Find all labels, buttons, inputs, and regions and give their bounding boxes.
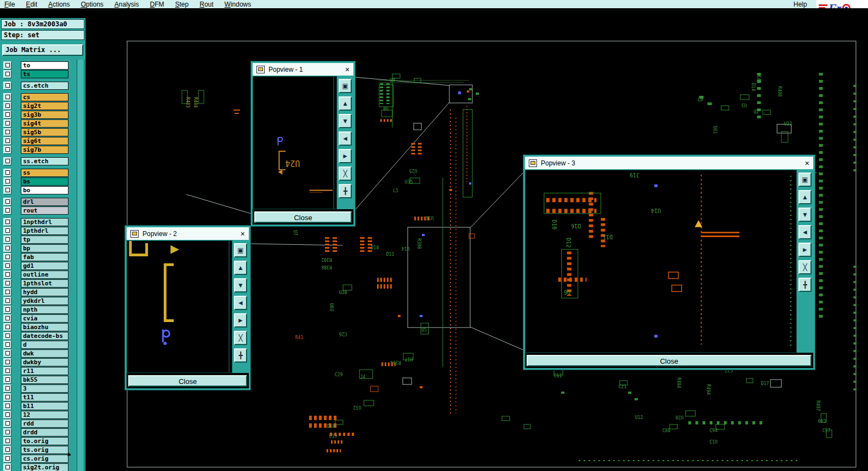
layer-visibility-checkbox[interactable] (3, 236, 12, 244)
layer-label[interactable]: to.orig (21, 437, 68, 445)
layer-visibility-checkbox[interactable] (3, 262, 12, 270)
pan-left-button[interactable]: ◄ (339, 131, 352, 146)
layer-visibility-checkbox[interactable] (3, 227, 12, 235)
recenter-button[interactable]: ╋ (798, 278, 812, 292)
menu-help[interactable]: Help (793, 0, 807, 9)
layer-visibility-checkbox[interactable] (3, 411, 12, 419)
layer-visibility-checkbox[interactable] (3, 428, 12, 436)
layer-visibility-checkbox[interactable] (3, 271, 12, 279)
layer-label[interactable]: outline (21, 271, 68, 279)
layer-visibility-checkbox[interactable] (3, 420, 12, 428)
recenter-button[interactable]: ╋ (234, 348, 247, 363)
zoom-fit-button[interactable]: ╳ (339, 166, 352, 181)
layer-label[interactable]: sig4t (21, 119, 68, 128)
popview-3-titlebar[interactable]: Popview - 3 × (525, 157, 813, 170)
layer-visibility-checkbox[interactable] (3, 244, 12, 252)
pan-down-button[interactable]: ▼ (234, 278, 247, 292)
menu-windows[interactable]: Windows (225, 1, 252, 8)
layer-label[interactable]: cs (21, 93, 68, 101)
layer-visibility-checkbox[interactable] (3, 367, 12, 375)
menu-analysis[interactable]: Analysis (115, 1, 139, 8)
layer-label[interactable]: rout (21, 206, 68, 215)
popview-duplicate-button[interactable]: ▣ (339, 79, 352, 93)
popview-2-close-button[interactable]: Close (128, 375, 247, 387)
menu-options[interactable]: Options (81, 1, 103, 8)
pan-left-button[interactable]: ◄ (798, 225, 812, 239)
layer-visibility-checkbox[interactable] (3, 455, 12, 463)
layer-label[interactable]: gd1 (21, 262, 68, 270)
layer-visibility-checkbox[interactable] (3, 206, 12, 215)
layer-visibility-checkbox[interactable] (3, 402, 12, 410)
zoom-fit-button[interactable]: ╳ (234, 331, 247, 345)
layer-label[interactable]: sig3b (21, 111, 68, 119)
layer-label[interactable]: dwk (21, 349, 68, 358)
layer-visibility-checkbox[interactable] (3, 437, 12, 445)
layer-visibility-checkbox[interactable] (3, 314, 12, 323)
popview-2-canvas[interactable] (127, 240, 232, 373)
layer-visibility-checkbox[interactable] (3, 376, 12, 384)
layer-visibility-checkbox[interactable] (3, 93, 12, 101)
layer-visibility-checkbox[interactable] (3, 253, 12, 261)
layer-visibility-checkbox[interactable] (3, 111, 12, 119)
layer-label[interactable]: rdd (21, 420, 68, 428)
layer-visibility-checkbox[interactable] (3, 384, 12, 393)
layer-label[interactable]: bk55 (21, 376, 68, 384)
layer-label[interactable]: biaozhu (21, 323, 68, 331)
pan-down-button[interactable]: ▼ (339, 114, 352, 128)
pan-up-button[interactable]: ▲ (234, 261, 247, 275)
pan-left-button[interactable]: ◄ (234, 296, 247, 310)
layer-label[interactable]: t11 (21, 393, 68, 401)
layer-label[interactable]: to (21, 61, 68, 70)
layer-visibility-checkbox[interactable] (3, 463, 12, 471)
popview-duplicate-button[interactable]: ▣ (798, 173, 812, 187)
menu-dfm[interactable]: DFM (150, 1, 164, 8)
pan-right-button[interactable]: ► (234, 313, 247, 328)
popview-2-close-icon[interactable]: × (241, 230, 245, 238)
layer-visibility-checkbox[interactable] (3, 446, 12, 454)
layer-visibility-checkbox[interactable] (3, 279, 12, 288)
layer-label[interactable]: ts (21, 70, 68, 78)
layer-visibility-checkbox[interactable] (3, 177, 12, 186)
layer-label[interactable]: npth (21, 306, 68, 314)
layer-label[interactable]: drdd (21, 428, 68, 436)
popview-1-canvas[interactable]: U24 (253, 76, 337, 209)
layer-visibility-checkbox[interactable] (3, 102, 12, 110)
layer-visibility-checkbox[interactable] (3, 61, 12, 70)
pan-right-button[interactable]: ► (339, 149, 352, 163)
layer-visibility-checkbox[interactable] (3, 198, 12, 206)
layer-label[interactable]: 1pthdrl (21, 227, 68, 235)
pan-down-button[interactable]: ▼ (798, 208, 812, 222)
layer-label[interactable]: ts.orig (21, 446, 68, 454)
layer-label[interactable]: cs.orig (21, 455, 68, 463)
layer-label[interactable]: ss (21, 169, 68, 177)
menu-rout[interactable]: Rout (199, 1, 213, 8)
pan-right-button[interactable]: ► (798, 243, 812, 257)
layer-visibility-checkbox[interactable] (3, 82, 12, 90)
layer-label[interactable]: fab (21, 253, 68, 261)
job-matrix-button[interactable]: Job Matrix ... (2, 44, 83, 56)
popview-duplicate-button[interactable]: ▣ (234, 243, 247, 257)
layer-label[interactable]: cvia (21, 314, 68, 323)
layer-label[interactable]: ydkdrl (21, 297, 68, 305)
menu-file[interactable]: File (4, 1, 15, 8)
pan-up-button[interactable]: ▲ (339, 96, 352, 111)
layer-label[interactable]: b11 (21, 402, 68, 410)
popview-2-titlebar[interactable]: Popview - 2 × (127, 227, 249, 240)
menu-actions[interactable]: Actions (48, 1, 70, 8)
layer-label[interactable]: 1pthslot (21, 279, 68, 288)
layer-visibility-checkbox[interactable] (3, 169, 12, 177)
layer-visibility-checkbox[interactable] (3, 186, 12, 194)
popview-3-close-icon[interactable]: × (805, 159, 809, 167)
layer-label[interactable]: bs (21, 177, 68, 186)
layer-label[interactable]: sig2t.orig (21, 463, 68, 471)
layer-label[interactable]: sig6t (21, 137, 68, 145)
layer-label[interactable]: sig5b (21, 128, 68, 136)
layer-visibility-checkbox[interactable] (3, 157, 12, 165)
layer-label[interactable]: r11 (21, 367, 68, 375)
layer-visibility-checkbox[interactable] (3, 332, 12, 340)
menu-step[interactable]: Step (175, 1, 189, 8)
layer-label[interactable]: dwkby (21, 358, 68, 366)
layer-visibility-checkbox[interactable] (3, 70, 12, 78)
layer-label[interactable]: drl (21, 198, 68, 206)
layer-label[interactable]: 12 (21, 411, 68, 419)
